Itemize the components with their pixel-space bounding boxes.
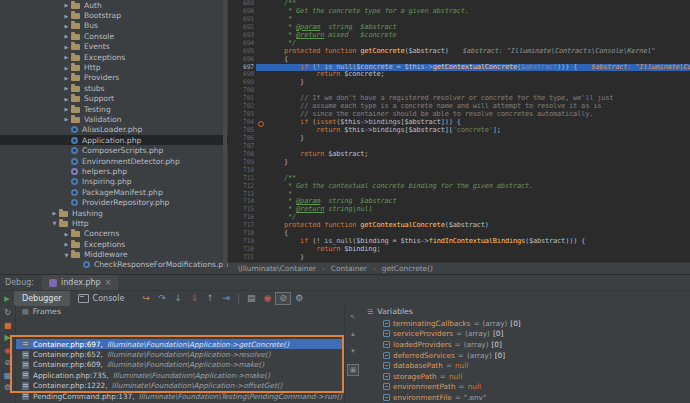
tree-item-exceptions[interactable]: ▶Exceptions (0, 239, 228, 249)
code-line[interactable]: 712 * Get the contextual concrete bindin… (228, 183, 690, 191)
view-breakpoints-icon[interactable]: ◉ (259, 292, 275, 305)
code-line[interactable]: 694 */ (228, 40, 690, 48)
tree-item-hashing[interactable]: ▶Hashing (0, 208, 228, 218)
run-icon[interactable]: ▶ (0, 295, 14, 303)
tab-console[interactable]: Console (70, 291, 133, 306)
code-line[interactable]: 703 // since the container should be abl… (228, 111, 690, 119)
code-line[interactable]: 719 if (! is_null($binding = $this->find… (228, 238, 690, 246)
tree-item-environmentdetector-php[interactable]: EnvironmentDetector.php (0, 156, 228, 166)
code-line[interactable]: 691 * (228, 16, 690, 24)
expand-arrow-icon[interactable]: ▶ (62, 31, 71, 41)
tree-item-providerrepository-php[interactable]: ProviderRepository.php (0, 197, 228, 207)
code-line[interactable]: 697 if (! is_null($concrete = $this->get… (228, 64, 690, 72)
code-line[interactable]: 720 return $binding; (228, 246, 690, 254)
breakpoint-gutter[interactable] (256, 175, 268, 183)
breakpoint-gutter[interactable] (256, 214, 268, 222)
tree-scrollbar[interactable] (223, 0, 227, 268)
stack-frame-row[interactable]: Container.php:1222,Illuminate\Foundation… (16, 381, 344, 391)
tree-item-concerns[interactable]: ▶Concerns (0, 229, 228, 239)
breakpoint-gutter[interactable] (256, 151, 268, 159)
tree-item-console[interactable]: ▶Console (0, 31, 228, 41)
step-over-icon[interactable]: ↷ (154, 292, 170, 305)
breakpoint-gutter[interactable] (256, 16, 268, 24)
breakpoint-gutter[interactable] (256, 183, 268, 191)
close-icon[interactable]: × (105, 279, 112, 287)
settings-gear-icon[interactable]: ⚙ (4, 383, 11, 392)
variable-row[interactable]: databasePath=null (361, 360, 690, 371)
stack-frame-row[interactable]: Container.php:652,Illuminate\Foundation\… (16, 349, 344, 359)
code-line[interactable]: 690 * Get the concrete type for a given … (228, 8, 690, 16)
variable-row[interactable]: environmentFile=".env" (361, 392, 690, 403)
expand-arrow-icon[interactable]: ▶ (62, 83, 71, 93)
breakpoint-gutter[interactable] (256, 95, 268, 103)
tree-item-bus[interactable]: ▶Bus (0, 21, 228, 31)
breakpoint-gutter[interactable] (256, 40, 268, 48)
breakpoint-gutter[interactable] (256, 0, 268, 8)
breakpoint-gutter[interactable] (256, 24, 268, 32)
breakpoint-gutter[interactable] (256, 254, 268, 262)
tree-item-helpers-php[interactable]: helpers.php (0, 166, 228, 176)
breakpoint-gutter[interactable] (256, 119, 268, 127)
variable-row[interactable]: serviceProviders=(array)[0] (361, 329, 690, 340)
breakpoint-gutter[interactable] (256, 159, 268, 167)
expand-arrow-icon[interactable]: ▶ (62, 229, 71, 239)
breakpoint-gutter[interactable] (256, 48, 268, 56)
code-line[interactable]: 699 } (228, 79, 690, 87)
breakpoint-gutter[interactable] (256, 103, 268, 111)
run-to-cursor-icon[interactable]: ⇥ (218, 292, 234, 305)
variable-row[interactable]: storagePath=null (361, 371, 690, 382)
tree-item-application-php[interactable]: Application.php (0, 135, 228, 145)
code-line[interactable]: 702 // assume each type is a concrete na… (228, 103, 690, 111)
code-line[interactable]: 714 * @param string $abstract (228, 198, 690, 206)
code-line[interactable]: 693 * @return mixed $concrete (228, 32, 690, 40)
evaluate-expression-icon[interactable]: ▤ (243, 292, 259, 305)
tree-item-middleware[interactable]: ▼Middleware (0, 249, 228, 259)
code-line[interactable]: 711 /** (228, 175, 690, 183)
step-into-icon[interactable]: ↓ (170, 292, 186, 305)
gutter-line-number[interactable]: 721 (228, 254, 256, 262)
code-line[interactable]: 717 protected function getContextualConc… (228, 222, 690, 230)
breakpoint-gutter[interactable] (256, 87, 268, 95)
expand-arrow-icon[interactable]: ▶ (62, 11, 71, 21)
expand-arrow-icon[interactable]: ▶ (62, 239, 71, 249)
breakpoint-gutter[interactable] (256, 127, 268, 135)
expand-arrow-icon[interactable]: ▼ (62, 250, 71, 260)
breadcrumb-item[interactable]: \Illuminate\Container (238, 264, 316, 273)
breakpoint-gutter[interactable] (256, 64, 268, 72)
breakpoint-gutter[interactable] (256, 222, 268, 230)
mute-breakpoints-icon[interactable]: ⊘ (275, 292, 291, 305)
show-values-inline-icon[interactable]: ▣ (347, 364, 360, 376)
breakpoint-gutter[interactable] (256, 167, 268, 175)
breakpoint-gutter[interactable] (256, 79, 268, 87)
code-line[interactable]: 713 * (228, 191, 690, 199)
stack-frame-row[interactable]: Container.php:697,Illuminate\Foundation\… (16, 339, 344, 349)
expand-arrow-icon[interactable]: ▶ (50, 208, 59, 218)
rerun-icon[interactable]: ↻ (4, 308, 11, 317)
variable-row[interactable]: environmentPath=null (361, 382, 690, 393)
code-line[interactable]: 696 { (228, 56, 690, 64)
code-line[interactable]: 704 if (isset($this->bindings[$abstract]… (228, 119, 690, 127)
breakpoint-gutter[interactable] (256, 56, 268, 64)
code-line[interactable]: 706 } (228, 135, 690, 143)
expand-arrow-icon[interactable]: ▶ (62, 0, 71, 10)
breadcrumb-item[interactable]: getConcrete() (382, 264, 433, 273)
step-out-icon[interactable]: ↑ (202, 292, 218, 305)
code-line[interactable]: 716 */ (228, 214, 690, 222)
settings-gear-icon[interactable]: ⚙ (291, 292, 307, 305)
breakpoint-gutter[interactable] (256, 111, 268, 119)
breadcrumb-item[interactable]: Container (331, 264, 367, 273)
breakpoint-gutter[interactable] (256, 143, 268, 151)
view-breakpoints-icon[interactable]: ◉ (4, 346, 11, 355)
breakpoint-gutter[interactable] (256, 8, 268, 16)
stop-icon[interactable]: ■ (4, 321, 12, 330)
breakpoint-gutter[interactable] (256, 135, 268, 143)
code-line[interactable]: 705 return $this->bindings[$abstract]['c… (228, 127, 690, 135)
expand-arrow-icon[interactable]: ▶ (62, 73, 71, 83)
code-line[interactable]: 698 return $concrete; (228, 71, 690, 79)
tab-debugger[interactable]: Debugger (14, 291, 70, 306)
expand-arrow-icon[interactable]: ▶ (62, 42, 71, 52)
code-line[interactable]: 715 * @return string|null (228, 206, 690, 214)
expand-arrow-icon[interactable]: ▶ (62, 104, 71, 114)
breakpoint-gutter[interactable] (256, 230, 268, 238)
stack-frame-row[interactable]: PendingCommand.php:137,Illuminate\Founda… (16, 391, 344, 401)
